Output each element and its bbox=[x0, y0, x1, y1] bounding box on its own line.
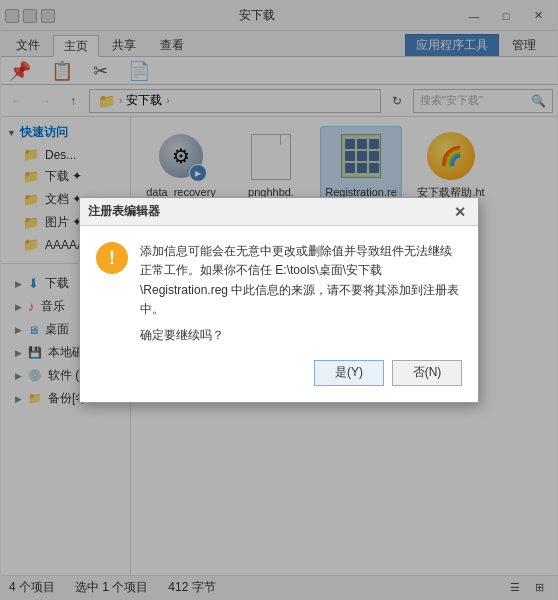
dialog-title-bar: 注册表编辑器 ✕ bbox=[80, 198, 478, 226]
dialog-close-button[interactable]: ✕ bbox=[450, 202, 470, 222]
dialog-question: 确定要继续吗？ bbox=[140, 327, 462, 344]
dialog-message: 添加信息可能会在无意中更改或删除值并导致组件无法继续正常工作。如果你不信任 E:… bbox=[140, 242, 462, 319]
dialog-body: ! 添加信息可能会在无意中更改或删除值并导致组件无法继续正常工作。如果你不信任 … bbox=[80, 226, 478, 402]
dialog-buttons: 是(Y) 否(N) bbox=[96, 360, 462, 386]
dialog-yes-button[interactable]: 是(Y) bbox=[314, 360, 384, 386]
warning-icon: ! bbox=[96, 242, 128, 274]
dialog-no-button[interactable]: 否(N) bbox=[392, 360, 462, 386]
dialog-title: 注册表编辑器 bbox=[88, 203, 450, 220]
dialog-overlay: 注册表编辑器 ✕ ! 添加信息可能会在无意中更改或删除值并导致组件无法继续正常工… bbox=[1, 1, 557, 599]
dialog-content: ! 添加信息可能会在无意中更改或删除值并导致组件无法继续正常工作。如果你不信任 … bbox=[96, 242, 462, 344]
dialog: 注册表编辑器 ✕ ! 添加信息可能会在无意中更改或删除值并导致组件无法继续正常工… bbox=[79, 197, 479, 403]
